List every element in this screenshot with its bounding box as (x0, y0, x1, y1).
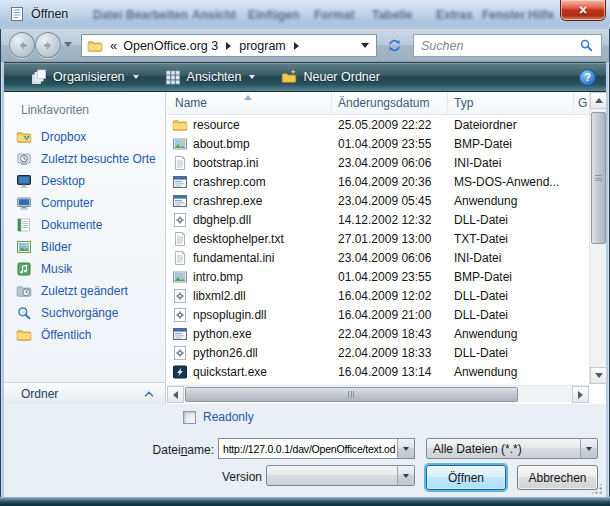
file-name: crashrep.com (193, 175, 266, 189)
file-row[interactable]: desktophelper.txt27.01.2009 13:00TXT-Dat… (167, 229, 589, 248)
views-button[interactable]: Ansichten (156, 64, 265, 90)
file-date: 22.04.2009 18:43 (332, 327, 448, 341)
folder-icon (172, 117, 188, 133)
image-icon (172, 269, 188, 285)
file-row[interactable]: quickstart.exe16.04.2009 13:14Anwendung (167, 362, 589, 381)
sidebar-item-label: Bilder (41, 240, 72, 254)
breadcrumb-openoffice[interactable]: OpenOffice.org 3 (117, 39, 224, 53)
filename-dropdown-button[interactable] (397, 439, 414, 458)
file-row[interactable]: python26.dll22.04.2009 18:33DLL-Datei (167, 343, 589, 362)
sidebar-item[interactable]: Dropbox (4, 126, 165, 148)
desktop-icon (16, 173, 32, 189)
background-menu-item: Einfügen (248, 8, 299, 22)
vertical-scrollbar-thumb[interactable] (591, 112, 606, 244)
breadcrumb-program[interactable]: program (233, 39, 292, 53)
scroll-right-button[interactable] (572, 386, 589, 403)
dropbox-icon (16, 129, 32, 145)
file-row[interactable]: npsoplugin.dll16.04.2009 21:00DLL-Datei (167, 305, 589, 324)
version-select[interactable] (266, 465, 415, 486)
new-folder-button[interactable]: Neuer Ordner (272, 64, 388, 90)
text-file-icon (172, 250, 188, 266)
forward-button[interactable] (35, 32, 61, 58)
scroll-left-button[interactable] (167, 386, 184, 403)
app-icon (172, 326, 188, 342)
readonly-checkbox[interactable] (183, 411, 196, 424)
background-menu-item: Ansicht (192, 8, 236, 22)
sidebar-item[interactable]: Dokumente (4, 214, 165, 236)
file-row[interactable]: crashrep.com16.04.2009 20:36MS-DOS-Anwen… (167, 172, 589, 191)
version-dropdown-button[interactable] (397, 466, 414, 485)
filetype-dropdown-button[interactable] (580, 439, 597, 458)
file-row[interactable]: about.bmp01.04.2009 23:55BMP-Datei (167, 134, 589, 153)
favorites-header: Linkfavoriten (21, 103, 165, 117)
file-row[interactable]: crashrep.exe23.04.2009 05:45Anwendung (167, 191, 589, 210)
filename-input[interactable] (219, 439, 397, 458)
sidebar-item-label: Desktop (41, 174, 85, 188)
folders-expander[interactable]: Ordner (4, 382, 165, 404)
filetype-select[interactable]: Alle Dateien (*.*) (426, 438, 598, 459)
file-row[interactable]: dbghelp.dll14.12.2002 12:32DLL-Datei (167, 210, 589, 229)
scroll-down-button[interactable] (590, 367, 607, 384)
file-list: Name Änderungsdatum Typ G resource25.05.… (167, 92, 606, 404)
file-date: 25.05.2009 22:22 (332, 118, 448, 132)
file-date: 16.04.2009 20:36 (332, 175, 448, 189)
breadcrumb-overflow[interactable]: « (110, 38, 117, 53)
file-row[interactable]: resource25.05.2009 22:22Dateiordner (167, 115, 589, 134)
file-date: 23.04.2009 06:06 (332, 156, 448, 170)
music-icon (16, 261, 32, 277)
file-name: bootstrap.ini (193, 156, 258, 170)
search-box[interactable] (413, 34, 602, 57)
vertical-scrollbar[interactable] (589, 92, 606, 384)
file-date: 23.04.2009 06:06 (332, 251, 448, 265)
sidebar-item[interactable]: Suchvorgänge (4, 302, 165, 324)
file-date: 23.04.2009 05:45 (332, 194, 448, 208)
search-icon (579, 38, 594, 53)
organize-button[interactable]: Organisieren (22, 64, 148, 90)
back-button[interactable] (9, 32, 35, 58)
file-row[interactable]: fundamental.ini23.04.2009 06:06INI-Datei (167, 248, 589, 267)
file-type: INI-Datei (448, 251, 574, 265)
horizontal-scrollbar-thumb[interactable] (185, 387, 518, 402)
cancel-button[interactable]: Abbrechen (517, 465, 598, 490)
breadcrumb-separator-icon[interactable] (226, 42, 231, 50)
breadcrumb-separator-icon[interactable] (294, 42, 299, 50)
file-type: DLL-Datei (448, 346, 574, 360)
address-dropdown-icon[interactable] (361, 43, 369, 48)
window-bottom-edge (0, 497, 610, 506)
sidebar-item[interactable]: Öffentlich (4, 324, 165, 346)
folders-label: Ordner (21, 387, 58, 401)
history-dropdown-icon[interactable] (64, 42, 72, 47)
open-button[interactable]: Öffnen (426, 465, 506, 490)
help-button[interactable]: ? (579, 69, 596, 86)
address-bar[interactable]: « OpenOffice.org 3 program (81, 34, 377, 57)
file-row[interactable]: libxml2.dll16.04.2009 12:02DLL-Datei (167, 286, 589, 305)
background-menu-item: Format (314, 8, 355, 22)
horizontal-scrollbar[interactable] (167, 385, 589, 402)
text-file-icon (172, 231, 188, 247)
background-menu-item: Fenster (482, 8, 525, 22)
file-row[interactable]: intro.bmp01.04.2009 23:55BMP-Datei (167, 267, 589, 286)
file-date: 27.01.2009 13:00 (332, 232, 448, 246)
sidebar-item[interactable]: Musik (4, 258, 165, 280)
sidebar-item[interactable]: Computer (4, 192, 165, 214)
titlebar[interactable]: DateiBearbeitenAnsichtEinfügenFormatTabe… (0, 0, 610, 29)
recent-places-icon (16, 151, 32, 167)
searches-icon (16, 305, 32, 321)
file-row[interactable]: python.exe22.04.2009 18:43Anwendung (167, 324, 589, 343)
file-row[interactable]: bootstrap.ini23.04.2009 06:06INI-Datei (167, 153, 589, 172)
close-button[interactable]: × (561, 0, 605, 20)
refresh-button[interactable] (381, 34, 408, 57)
chevron-down-icon (403, 474, 409, 478)
scroll-up-button[interactable] (590, 92, 607, 109)
sidebar-item[interactable]: Zuletzt geändert (4, 280, 165, 302)
sidebar-item[interactable]: Desktop (4, 170, 165, 192)
sidebar-item[interactable]: Zuletzt besuchte Orte (4, 148, 165, 170)
column-header-size[interactable]: G (574, 92, 589, 114)
views-icon (165, 69, 181, 85)
column-header-type[interactable]: Typ (448, 92, 574, 114)
chevron-down-icon (586, 447, 592, 451)
search-input[interactable] (414, 38, 579, 54)
file-name: about.bmp (193, 137, 250, 151)
column-header-date[interactable]: Änderungsdatum (332, 92, 448, 114)
sidebar-item[interactable]: Bilder (4, 236, 165, 258)
